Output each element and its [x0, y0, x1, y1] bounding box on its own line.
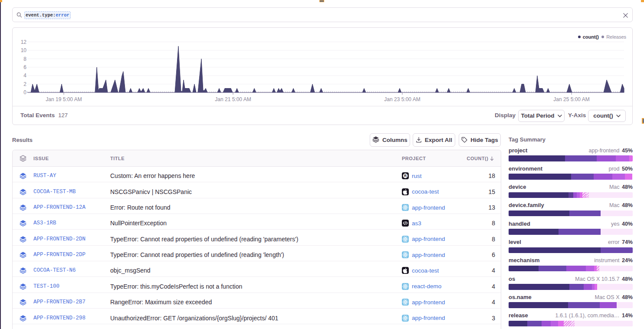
svg-text:R: R	[404, 174, 407, 178]
